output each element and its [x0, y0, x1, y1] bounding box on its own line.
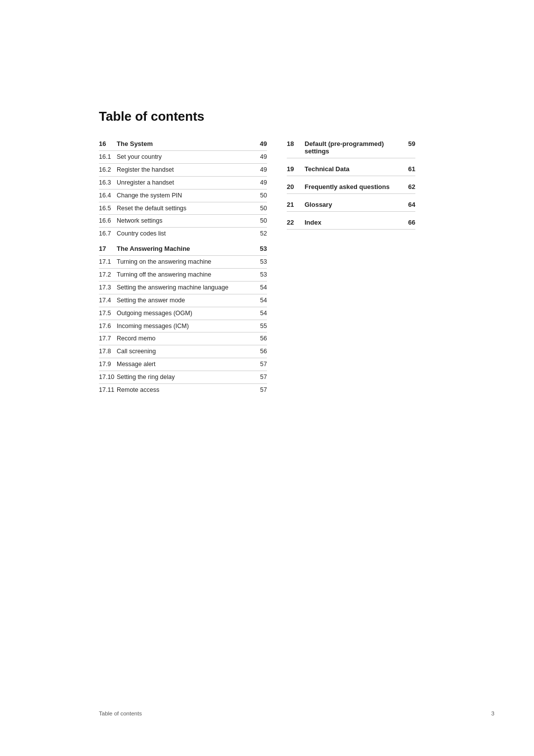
item-page: 56: [253, 335, 267, 342]
item-page: 57: [253, 361, 267, 368]
toc-section-block: 16The System4916.1Set your country4916.2…: [99, 140, 267, 240]
toc-section-header: 19Technical Data61: [287, 165, 415, 174]
toc-row: 16.3Unregister a handset49: [99, 176, 267, 189]
section-number: 17: [99, 245, 117, 252]
toc-section-header: 17The Answering Machine53: [99, 245, 267, 253]
item-title: Incoming messages (ICM): [117, 322, 253, 331]
item-number: 17.8: [99, 348, 117, 355]
item-number: 17.11: [99, 386, 117, 393]
section-divider: [287, 193, 415, 194]
item-number: 16.6: [99, 217, 117, 224]
item-title: Network settings: [117, 217, 253, 225]
item-title: Call screening: [117, 347, 253, 356]
toc-section-block: 20Frequently asked questions62: [287, 183, 415, 194]
item-title: Setting the answer mode: [117, 296, 253, 305]
item-number: 17.2: [99, 271, 117, 278]
section-number: 22: [287, 219, 305, 226]
item-number: 16.1: [99, 153, 117, 160]
toc-row: 16.4Change the system PIN50: [99, 189, 267, 202]
toc-row: 17.11Remote access57: [99, 383, 267, 396]
item-page: 50: [253, 192, 267, 199]
toc-row: 17.9Message alert57: [99, 358, 267, 371]
item-number: 16.2: [99, 166, 117, 173]
section-page: 61: [401, 165, 415, 173]
toc-section-header: 20Frequently asked questions62: [287, 183, 415, 191]
toc-row: 16.5Reset the default settings50: [99, 202, 267, 215]
toc-section-block: 17The Answering Machine5317.1Turning on …: [99, 245, 267, 396]
section-title: Frequently asked questions: [305, 183, 401, 190]
item-title: Unregister a handset: [117, 179, 253, 187]
toc-row: 17.4Setting the answer mode54: [99, 294, 267, 307]
section-page: 64: [401, 201, 415, 208]
section-number: 21: [287, 201, 305, 208]
item-title: Country codes list: [117, 230, 253, 238]
item-page: 52: [253, 230, 267, 237]
toc-row: 17.5Outgoing messages (OGM)54: [99, 307, 267, 320]
item-number: 17.7: [99, 335, 117, 342]
item-page: 57: [253, 374, 267, 380]
item-page: 50: [253, 217, 267, 224]
toc-section-block: 18Default (pre-programmed) settings59: [287, 140, 415, 158]
section-number: 16: [99, 140, 117, 147]
item-title: Record memo: [117, 334, 253, 343]
toc-row: 17.7Record memo56: [99, 332, 267, 345]
item-number: 17.1: [99, 258, 117, 265]
section-divider: [287, 229, 415, 230]
section-page: 66: [401, 219, 415, 226]
item-number: 17.6: [99, 323, 117, 330]
item-number: 17.3: [99, 284, 117, 291]
toc-row: 17.10Setting the ring delay57: [99, 371, 267, 383]
section-title: Technical Data: [305, 165, 401, 173]
toc-title: Table of contents: [99, 109, 494, 124]
item-title: Reset the default settings: [117, 204, 253, 213]
content-area: Table of contents 16The System4916.1Set …: [0, 0, 534, 400]
footer-label: Table of contents: [99, 710, 142, 716]
section-page: 62: [401, 183, 415, 190]
toc-section-block: 22Index66: [287, 219, 415, 230]
section-title: The Answering Machine: [117, 245, 253, 252]
section-number: 18: [287, 140, 305, 147]
item-title: Setting the answering machine language: [117, 284, 253, 292]
section-number: 20: [287, 183, 305, 190]
item-title: Turning off the answering machine: [117, 271, 253, 279]
footer: Table of contents 3: [99, 710, 494, 716]
section-divider: [287, 158, 415, 158]
toc-section-header: 22Index66: [287, 219, 415, 227]
toc-row: 16.2Register the handset49: [99, 163, 267, 176]
toc-row: 17.6Incoming messages (ICM)55: [99, 320, 267, 332]
page: Table of contents 16The System4916.1Set …: [0, 0, 534, 756]
toc-row: 16.1Set your country49: [99, 150, 267, 163]
toc-right-column: 18Default (pre-programmed) settings5919T…: [287, 135, 415, 234]
toc-row: 17.3Setting the answering machine langua…: [99, 281, 267, 294]
section-title: Index: [305, 219, 401, 226]
item-number: 17.10: [99, 374, 117, 380]
section-page: 59: [401, 140, 415, 147]
item-number: 17.9: [99, 361, 117, 368]
section-title: Glossary: [305, 201, 401, 208]
item-title: Change the system PIN: [117, 191, 253, 200]
item-page: 54: [253, 284, 267, 291]
section-number: 19: [287, 165, 305, 173]
item-title: Message alert: [117, 360, 253, 369]
item-title: Set your country: [117, 153, 253, 161]
toc-row: 17.1Turning on the answering machine53: [99, 255, 267, 268]
item-page: 49: [253, 153, 267, 160]
item-number: 17.5: [99, 310, 117, 317]
toc-section-block: 19Technical Data61: [287, 165, 415, 176]
item-number: 16.4: [99, 192, 117, 199]
toc-section-header: 16The System49: [99, 140, 267, 148]
item-page: 55: [253, 323, 267, 330]
item-title: Turning on the answering machine: [117, 258, 253, 266]
item-title: Outgoing messages (OGM): [117, 309, 253, 318]
footer-page: 3: [491, 710, 494, 716]
toc-section-header: 21Glossary64: [287, 201, 415, 209]
toc-section-block: 21Glossary64: [287, 201, 415, 212]
item-page: 54: [253, 310, 267, 317]
toc-row: 16.7Country codes list52: [99, 227, 267, 240]
item-page: 49: [253, 166, 267, 173]
item-page: 56: [253, 348, 267, 355]
toc-row: 16.6Network settings50: [99, 214, 267, 227]
item-page: 50: [253, 205, 267, 212]
toc-left-column: 16The System4916.1Set your country4916.2…: [99, 135, 267, 400]
section-title: The System: [117, 140, 253, 147]
